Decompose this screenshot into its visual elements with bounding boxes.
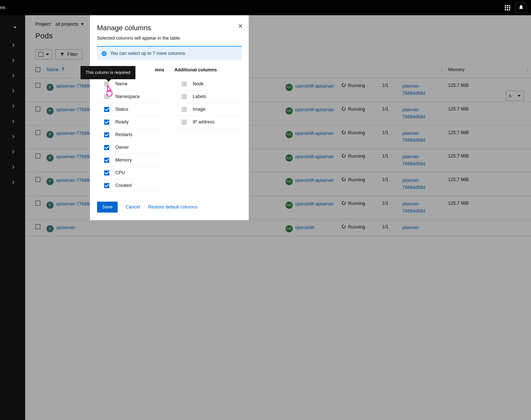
checkbox[interactable] [182,94,187,99]
filter-button[interactable]: Filter [55,49,83,59]
info-alert-text: You can select up to 7 more columns [110,51,185,56]
modal-close-button[interactable]: ✕ [238,23,243,29]
namespace-link[interactable]: openshift-apiserver [295,153,334,160]
namespace-link[interactable]: openshift-apiserver [295,106,334,114]
bulk-select[interactable] [35,49,52,59]
project-value: all projects [55,21,84,27]
sidebar-item-8[interactable] [0,145,25,160]
namespace-link[interactable]: openshift-apiserver [295,130,334,137]
running-icon [341,106,346,112]
checkbox[interactable] [104,94,109,99]
row-checkbox[interactable] [35,153,40,158]
modal-actions: Save Cancel Restore default columns [97,202,242,213]
bulk-checkbox[interactable] [38,52,43,57]
option-label: CPU [115,170,125,175]
sidebar-item-9[interactable] [0,160,25,175]
namespace-link[interactable]: openshift-apiserver [295,201,334,208]
row-checkbox[interactable] [35,130,40,135]
status-cell: Running [341,130,376,136]
sidebar-perspective-toggle[interactable] [0,24,25,30]
additional-column-option[interactable]: Labels [175,90,242,103]
project-label: Project: [35,21,52,27]
checkbox[interactable] [182,120,187,125]
additional-column-option[interactable]: IP address [175,116,242,128]
owner-link[interactable]: piserver-76884d58d [402,131,425,143]
sidebar-item-5[interactable] [0,99,25,114]
memory-cell: 125.7 MiB [445,102,531,125]
checkbox[interactable] [182,82,187,87]
modal-subtitle: Selected columns will appear in the tabl… [97,36,242,41]
default-column-option[interactable]: Status [97,103,164,116]
checkbox[interactable] [104,107,109,112]
restore-defaults-button[interactable]: Restore default columns [148,204,197,210]
status-text: Running [348,83,365,88]
save-button[interactable]: Save [97,202,118,213]
caret-down-icon [13,27,17,28]
apps-icon [505,5,510,10]
notifications-button[interactable] [515,2,527,13]
additional-column-option[interactable]: Node [175,78,242,90]
checkbox[interactable] [104,158,109,163]
row-checkbox[interactable] [35,106,40,111]
row-checkbox[interactable] [35,83,40,88]
checkbox[interactable] [104,82,109,87]
owner-link[interactable]: piserver-76884d58d [402,178,425,190]
default-column-option[interactable]: CPU [97,167,164,179]
namespace-link[interactable]: openshift-apiserver [295,83,334,90]
apps-button[interactable] [502,2,513,13]
header-checkbox[interactable] [35,67,40,72]
status-cell: Running [341,83,376,89]
modal-title: Manage columns [97,24,242,32]
default-column-option[interactable]: Restarts [97,128,164,141]
sidebar-item-10[interactable] [0,175,25,190]
owner-link[interactable]: piserver-76884d58d [402,201,425,214]
row-checkbox[interactable] [35,224,40,229]
namespace-link[interactable]: openshift-apiserver [295,177,334,184]
sidebar-item-3[interactable] [0,69,25,84]
ready-cell: 1/1 [379,196,399,219]
row-checkbox[interactable] [35,201,40,206]
running-icon [341,130,346,136]
pod-badge-icon: P [46,154,54,161]
memory-cell [445,219,531,236]
checkbox[interactable] [104,132,109,137]
pod-badge-icon: P [46,84,54,91]
ready-cell: 1/1 [379,125,399,149]
namespace-link[interactable]: openshift- [295,224,315,231]
default-column-option[interactable]: Ready [97,116,164,128]
checkbox[interactable] [104,170,109,175]
owner-link[interactable]: piserver-76884d58d [402,154,425,166]
option-label: Namespace [115,94,140,99]
trailing-select[interactable]: s [506,91,524,101]
chevron-right-icon [11,181,15,185]
checkbox[interactable] [182,107,187,112]
default-column-option[interactable]: Namespace [97,90,164,103]
cancel-button[interactable]: Cancel [126,204,140,210]
pod-link[interactable]: apiserver- [56,224,76,231]
option-label: Name [115,81,128,87]
column-header-memory[interactable]: Memory [445,62,531,78]
sidebar-item-1[interactable] [0,38,25,53]
row-checkbox[interactable] [35,177,40,182]
owner-link[interactable]: piserver- [402,225,420,230]
sidebar-item-2[interactable] [0,53,25,69]
owner-link[interactable]: piserver-76884d58d [402,107,425,119]
status-text: Running [348,224,365,230]
checkbox[interactable] [104,183,109,188]
manage-columns-modal: ✕ Manage columns Selected columns will a… [90,15,249,220]
sidebar-item-7[interactable] [0,130,25,145]
sort-icon [526,68,529,73]
additional-columns-heading: Additional columns [175,67,242,73]
option-label: Restarts [115,132,132,137]
default-column-option[interactable]: Memory [97,154,164,167]
default-column-option[interactable]: Owner [97,141,164,154]
owner-link[interactable]: piserver-76884d58d [402,84,425,96]
checkbox[interactable] [104,120,109,125]
column-header-name-label: Name [46,67,59,72]
additional-column-option[interactable]: Image [175,103,242,116]
trailing-select-label: s [509,93,511,99]
sidebar-item-6[interactable] [0,114,25,130]
checkbox[interactable] [104,145,109,150]
default-column-option[interactable]: Created [97,179,164,192]
sidebar-item-4[interactable] [0,84,25,99]
